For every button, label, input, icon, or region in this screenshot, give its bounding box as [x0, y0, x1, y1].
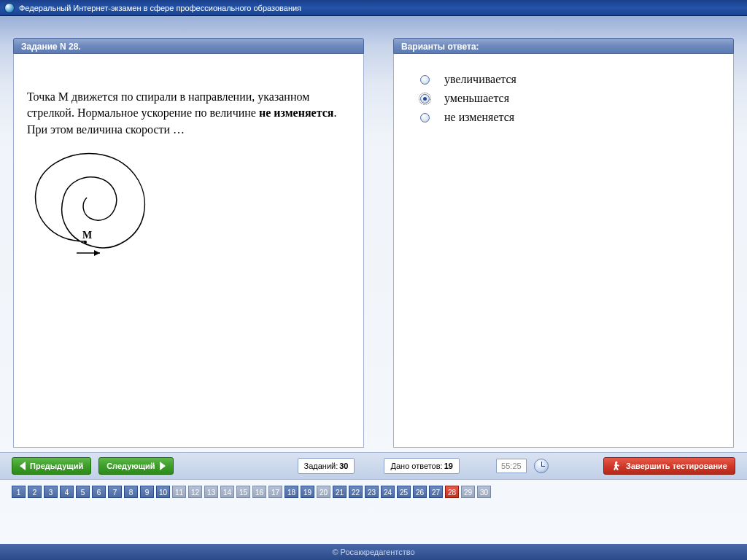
- qnav-26[interactable]: 26: [413, 486, 427, 498]
- next-label: Следующий: [107, 462, 155, 470]
- qnav-2[interactable]: 2: [28, 486, 42, 498]
- qnav-11[interactable]: 11: [172, 486, 186, 498]
- qnav-7[interactable]: 7: [108, 486, 122, 498]
- answer-row-2[interactable]: не изменяется: [420, 111, 720, 124]
- qnav-17[interactable]: 17: [268, 486, 282, 498]
- run-icon: [611, 461, 622, 471]
- qnav-4[interactable]: 4: [60, 486, 74, 498]
- arrow-right-icon: [160, 462, 166, 470]
- arrow-left-icon: [20, 462, 26, 470]
- qnav-29[interactable]: 29: [461, 486, 475, 498]
- answers-header: Варианты ответа:: [393, 38, 734, 54]
- question-text-bold: не изменяется: [259, 106, 334, 119]
- timer-box: 55:25: [496, 459, 527, 473]
- qnav-13[interactable]: 13: [204, 486, 218, 498]
- controls-bar: Предыдущий Следующий Заданий: 30 Дано от…: [0, 452, 747, 480]
- globe-icon: [4, 3, 15, 13]
- svg-point-0: [84, 241, 87, 244]
- answered-value: 19: [444, 462, 453, 470]
- point-label: M: [82, 230, 92, 241]
- qnav-1[interactable]: 1: [12, 486, 26, 498]
- tasks-count-box: Заданий: 30: [298, 458, 355, 474]
- qnav-18[interactable]: 18: [285, 486, 298, 498]
- qnav-3[interactable]: 3: [44, 486, 58, 498]
- spiral-diagram: M: [27, 145, 158, 269]
- window-titlebar: Федеральный Интернет-экзамен в сфере про…: [0, 0, 747, 16]
- qnav-9[interactable]: 9: [140, 486, 154, 498]
- answer-label-0[interactable]: увеличивается: [444, 73, 516, 86]
- finish-button[interactable]: Завершить тестирование: [603, 457, 735, 475]
- radio-option-1[interactable]: [420, 94, 430, 104]
- tasks-label: Заданий:: [304, 462, 338, 470]
- svg-marker-2: [94, 250, 100, 256]
- question-body: Точка М движется по спирали в направлени…: [13, 54, 364, 448]
- prev-label: Предыдущий: [30, 462, 83, 470]
- radio-option-2[interactable]: [420, 113, 430, 122]
- qnav-5[interactable]: 5: [76, 486, 90, 498]
- qnav-14[interactable]: 14: [220, 486, 234, 498]
- qnav-23[interactable]: 23: [365, 486, 379, 498]
- qnav-28[interactable]: 28: [445, 486, 459, 498]
- finish-label: Завершить тестирование: [626, 462, 727, 470]
- next-button[interactable]: Следующий: [98, 457, 173, 475]
- qnav-24[interactable]: 24: [381, 486, 395, 498]
- qnav-15[interactable]: 15: [236, 486, 250, 498]
- answered-count-box: Дано ответов: 19: [384, 458, 459, 474]
- answer-row-0[interactable]: увеличивается: [420, 73, 720, 86]
- qnav-27[interactable]: 27: [429, 486, 443, 498]
- svg-point-3: [616, 462, 618, 464]
- question-nav: 1234567891011121314151617181920212223242…: [12, 486, 491, 498]
- answer-row-1[interactable]: уменьшается: [420, 92, 720, 105]
- radio-option-0[interactable]: [420, 75, 430, 85]
- answers-body: увеличиваетсяуменьшаетсяне изменяется: [393, 54, 734, 448]
- qnav-20[interactable]: 20: [317, 486, 330, 498]
- answer-label-2[interactable]: не изменяется: [444, 111, 514, 124]
- window-title: Федеральный Интернет-экзамен в сфере про…: [19, 4, 301, 12]
- qnav-19[interactable]: 19: [301, 486, 314, 498]
- answers-panel: Варианты ответа: увеличиваетсяуменьшаетс…: [393, 38, 734, 448]
- qnav-6[interactable]: 6: [92, 486, 106, 498]
- main-row: Задание N 28. Точка М движется по спирал…: [0, 16, 747, 448]
- question-header: Задание N 28.: [13, 38, 364, 54]
- qnav-21[interactable]: 21: [333, 486, 347, 498]
- qnav-30[interactable]: 30: [477, 486, 491, 498]
- qnav-25[interactable]: 25: [397, 486, 411, 498]
- qnav-8[interactable]: 8: [124, 486, 138, 498]
- prev-button[interactable]: Предыдущий: [12, 457, 91, 475]
- question-text: Точка М движется по спирали в направлени…: [27, 89, 350, 138]
- qnav-12[interactable]: 12: [188, 486, 202, 498]
- tasks-value: 30: [339, 462, 348, 470]
- question-panel: Задание N 28. Точка М движется по спирал…: [13, 38, 364, 448]
- answer-label-1[interactable]: уменьшается: [444, 92, 509, 105]
- answered-label: Дано ответов:: [390, 462, 442, 470]
- clock-icon: [534, 459, 549, 473]
- footer: © Росаккредагентство: [0, 544, 747, 560]
- qnav-22[interactable]: 22: [349, 486, 363, 498]
- qnav-10[interactable]: 10: [156, 486, 170, 498]
- qnav-16[interactable]: 16: [252, 486, 266, 498]
